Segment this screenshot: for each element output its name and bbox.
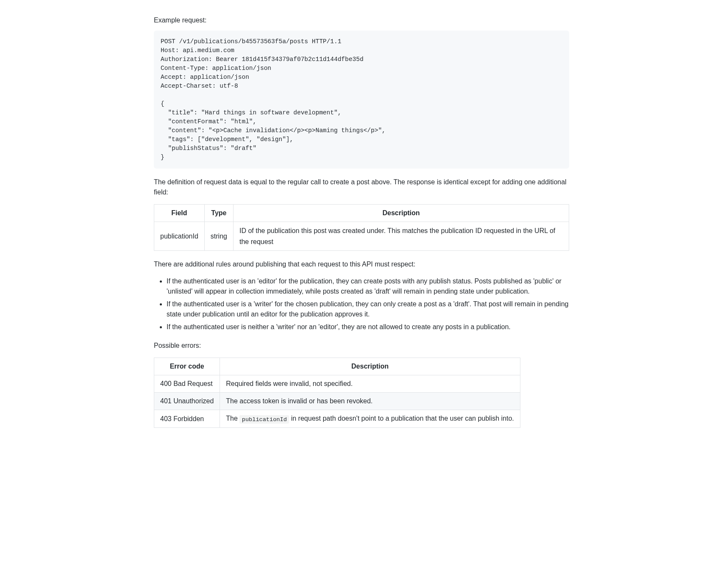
table-row: 403 Forbidden The publicationId in reque… (154, 410, 520, 427)
list-item: If the authenticated user is neither a '… (167, 322, 569, 332)
error-table: Error code Description 400 Bad Request R… (154, 358, 569, 427)
rules-intro-text: There are additional rules around publis… (154, 259, 569, 269)
description-header: Description (233, 205, 569, 222)
field-table: Field Type Description publicationId str… (154, 204, 569, 251)
possible-errors-label: Possible errors: (154, 341, 569, 351)
table-row: 401 Unauthorized The access token is inv… (154, 393, 520, 410)
example-request-label: Example request: (154, 15, 569, 25)
example-request-code[interactable]: POST /v1/publications/b45573563f5a/posts… (154, 31, 569, 169)
rules-list: If the authenticated user is an 'editor'… (154, 276, 569, 332)
error-code-cell: 400 Bad Request (154, 375, 220, 393)
list-item: If the authenticated user is a 'writer' … (167, 299, 569, 319)
table-row: publicationId string ID of the publicati… (154, 222, 569, 251)
error-code-cell: 403 Forbidden (154, 410, 220, 427)
text-fragment: The (226, 415, 239, 422)
error-code-cell: 401 Unauthorized (154, 393, 220, 410)
document-container: Example request: POST /v1/publications/b… (128, 0, 595, 453)
description-cell: ID of the publication this post was crea… (233, 222, 569, 251)
response-note-text: The definition of request data is equal … (154, 177, 569, 197)
error-description-cell: Required fields were invalid, not specif… (220, 375, 520, 393)
table-row: Field Type Description (154, 205, 569, 222)
type-cell: string (204, 222, 233, 251)
field-cell: publicationId (154, 222, 205, 251)
text-fragment: in request path doesn't point to a publi… (289, 415, 514, 422)
error-description-cell: The access token is invalid or has been … (220, 393, 520, 410)
list-item: If the authenticated user is an 'editor'… (167, 276, 569, 297)
table-row: 400 Bad Request Required fields were inv… (154, 375, 520, 393)
error-description-header: Description (220, 358, 520, 375)
type-header: Type (204, 205, 233, 222)
error-description-cell: The publicationId in request path doesn'… (220, 410, 520, 427)
inline-code: publicationId (239, 415, 289, 424)
error-code-header: Error code (154, 358, 220, 375)
field-header: Field (154, 205, 205, 222)
table-row: Error code Description (154, 358, 520, 375)
